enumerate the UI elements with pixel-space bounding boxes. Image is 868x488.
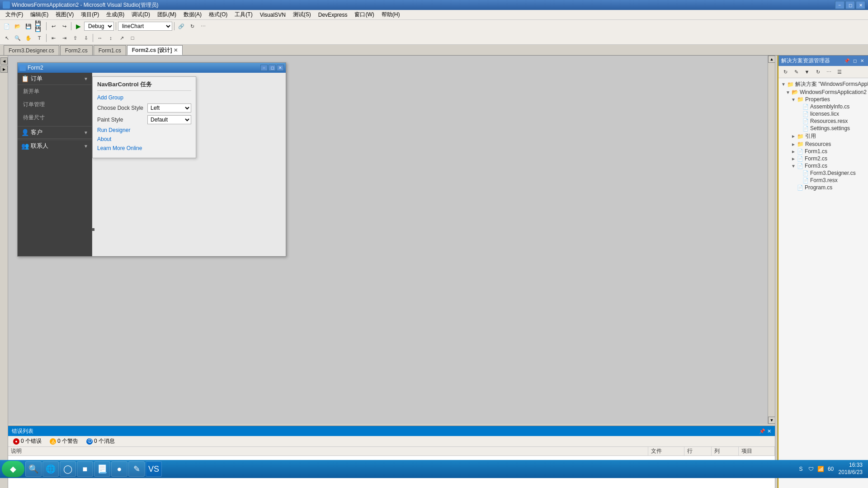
taskbar-btn-5[interactable]: 📃 <box>94 461 110 477</box>
menu-build[interactable]: 生成(B) <box>103 10 128 19</box>
debug-mode-combo[interactable]: Debug <box>84 22 114 31</box>
menu-help[interactable]: 帮助(H) <box>378 10 404 19</box>
start-button[interactable]: ◆ <box>2 461 24 477</box>
se-tb-filter[interactable]: ▼ <box>802 67 812 77</box>
menu-file[interactable]: 文件(F) <box>2 10 27 19</box>
tb-align-right[interactable]: ⇥ <box>59 33 69 43</box>
taskbar-btn-3[interactable]: ◯ <box>60 461 76 477</box>
about-link[interactable]: About <box>97 136 191 142</box>
menu-project[interactable]: 项目(P) <box>77 10 103 19</box>
se-pin-btn[interactable]: 📌 <box>843 58 851 64</box>
tab-form2-cs[interactable]: Form2.cs <box>60 45 93 55</box>
run-designer-link[interactable]: Run Designer <box>97 127 191 133</box>
menu-tools[interactable]: 工具(T) <box>231 10 256 19</box>
tb-group[interactable]: □ <box>127 33 137 43</box>
restore-button[interactable]: ◻ <box>845 1 855 9</box>
tb-align-left[interactable]: ⇤ <box>48 33 58 43</box>
form-close-btn[interactable]: ✕ <box>277 65 284 71</box>
tb-align-bottom[interactable]: ⇩ <box>81 33 91 43</box>
tb-attach[interactable]: 🔗 <box>176 21 186 31</box>
message-count-btn[interactable]: ⓘ 0 个消息 <box>83 436 118 446</box>
navbar-item-pending[interactable]: 待量尺寸 <box>18 111 92 124</box>
tb-size-both[interactable]: ↗ <box>117 33 127 43</box>
add-group-link[interactable]: Add Group <box>97 94 191 101</box>
tb-new-project[interactable]: 📄 <box>2 21 12 31</box>
taskbar-btn-1[interactable]: 🔍 <box>25 461 42 477</box>
se-tb-sync[interactable]: ↻ <box>780 67 790 77</box>
resize-handle[interactable] <box>92 228 94 231</box>
form-minimize-btn[interactable]: − <box>260 65 268 71</box>
se-item-assemblyinfo[interactable]: 📄 AssemblyInfo.cs <box>780 103 866 110</box>
menu-visualsvn[interactable]: VisualSVN <box>256 11 289 19</box>
bottom-panel-pin-btn[interactable]: 📌 <box>759 428 765 434</box>
tb-save-all[interactable]: 💾💾 <box>34 21 44 31</box>
menu-devexpress[interactable]: DevExpress <box>315 11 351 19</box>
se-item-references[interactable]: ► 📁 引用 <box>780 132 866 141</box>
se-solution-root[interactable]: ▼ 📁 解决方案 "WindowsFormsApplication2" (1 个 <box>780 80 866 89</box>
vs-left-btn-2[interactable]: ▶ <box>0 66 8 73</box>
se-float-btn[interactable]: ◻ <box>852 58 858 64</box>
tb-start[interactable]: ▶ <box>73 21 83 31</box>
navbar-item-neworder[interactable]: 新开单 <box>18 85 92 98</box>
se-item-resources-resx[interactable]: 📄 Resources.resx <box>780 117 866 125</box>
paint-style-combo[interactable]: Default Flat OfficeXP Office2003 <box>147 115 191 124</box>
tab-close-icon[interactable]: ✕ <box>174 47 178 53</box>
se-tb-properties[interactable]: ✎ <box>791 67 801 77</box>
taskbar-btn-8[interactable]: VS <box>146 461 162 477</box>
menu-view[interactable]: 视图(V) <box>52 10 77 19</box>
target-combo[interactable]: lineChart <box>118 22 172 31</box>
dock-style-combo[interactable]: Left Right Top Bottom Fill None <box>147 103 191 113</box>
tb-text[interactable]: T <box>34 33 44 43</box>
se-item-program[interactable]: 📄 Program.cs <box>780 184 866 191</box>
tb-zoom[interactable]: 🔍 <box>13 33 23 43</box>
tb-refresh[interactable]: ↻ <box>187 21 197 31</box>
taskbar-btn-7[interactable]: ✎ <box>128 461 145 477</box>
bottom-panel-close-btn[interactable]: ✕ <box>767 428 771 434</box>
form-restore-btn[interactable]: ◻ <box>269 65 276 71</box>
error-count-btn[interactable]: ● 0 个错误 <box>10 436 45 446</box>
tb-size-width[interactable]: ↔ <box>95 33 105 43</box>
se-item-resources-folder[interactable]: ► 📁 Resources <box>780 141 866 148</box>
tab-form1-cs[interactable]: Form1.cs <box>94 45 126 55</box>
menu-edit[interactable]: 编辑(E) <box>27 10 52 19</box>
learn-more-link[interactable]: Learn More Online <box>97 145 191 151</box>
tb-redo[interactable]: ↪ <box>59 21 69 31</box>
navbar-group-orders[interactable]: 📋 订单 ▼ <box>18 73 92 85</box>
menu-debug[interactable]: 调试(D) <box>128 10 154 19</box>
se-tb-more[interactable]: ☰ <box>835 67 844 77</box>
menu-format[interactable]: 格式(O) <box>205 10 231 19</box>
tb-size-height[interactable]: ↕ <box>106 33 116 43</box>
warning-count-btn[interactable]: △ 0 个警告 <box>47 436 81 446</box>
se-item-form1[interactable]: ► 📄 Form1.cs <box>780 148 866 155</box>
se-item-licenses[interactable]: 📄 licenses.licx <box>780 110 866 117</box>
menu-data[interactable]: 数据(A) <box>180 10 205 19</box>
tb-hand[interactable]: ✋ <box>24 33 33 43</box>
menu-team[interactable]: 团队(M) <box>154 10 180 19</box>
menu-window[interactable]: 窗口(W) <box>351 10 377 19</box>
se-item-settings[interactable]: 📄 Settings.settings <box>780 125 866 132</box>
se-item-properties[interactable]: ▼ 📁 Properties <box>780 96 866 103</box>
tb-align-top[interactable]: ⇧ <box>70 33 80 43</box>
taskbar-btn-6[interactable]: ● <box>111 461 127 477</box>
se-project[interactable]: ▼ 📂 WindowsFormsApplication2 <box>780 89 866 96</box>
scroll-up-btn[interactable]: ▲ <box>768 56 775 63</box>
se-item-form2[interactable]: ► 📄 Form2.cs <box>780 155 866 162</box>
tb-undo[interactable]: ↩ <box>48 21 58 31</box>
tb-pointer[interactable]: ↖ <box>2 33 12 43</box>
vs-left-btn-1[interactable]: ◀ <box>0 57 8 65</box>
tab-form3-designer[interactable]: Form3.Designer.cs <box>4 45 59 55</box>
se-tb-refresh[interactable]: ↻ <box>813 67 823 77</box>
se-item-form3[interactable]: ▼ 📄 Form3.cs <box>780 162 866 169</box>
scroll-down-btn[interactable]: ▼ <box>768 417 775 424</box>
taskbar-btn-2[interactable]: 🌐 <box>42 461 59 477</box>
se-tb-collapse[interactable]: ⋯ <box>824 67 834 77</box>
close-button[interactable]: ✕ <box>856 1 865 9</box>
navbar-group-contact[interactable]: 👥 联系人 ▼ <box>18 140 92 152</box>
se-item-form3-resx[interactable]: 📄 Form3.resx <box>780 177 866 184</box>
navbar-group-customer[interactable]: 👤 客户 ▼ <box>18 126 92 139</box>
tb-more[interactable]: ⋯ <box>198 21 208 31</box>
minimize-button[interactable]: − <box>835 1 844 9</box>
menu-test[interactable]: 测试(S) <box>289 10 315 19</box>
tb-save[interactable]: 💾 <box>24 21 33 31</box>
taskbar-btn-4[interactable]: ■ <box>77 461 93 477</box>
